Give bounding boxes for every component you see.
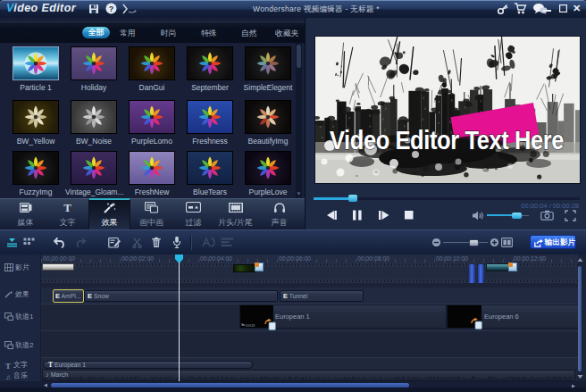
svg-text:?: ? bbox=[109, 4, 114, 13]
svg-text:Video Editor Text Here: Video Editor Text Here bbox=[330, 125, 564, 154]
